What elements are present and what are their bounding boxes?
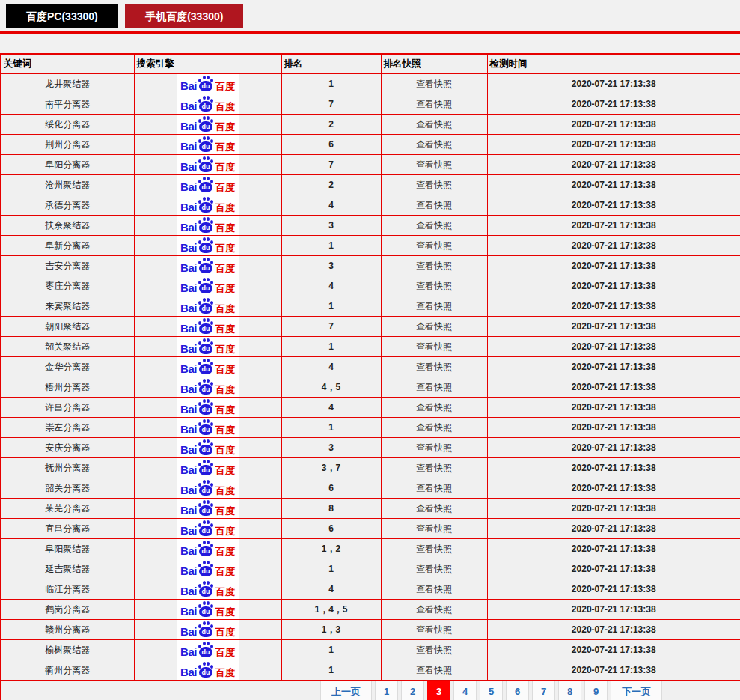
snapshot-cell: 查看快照 [381, 499, 487, 519]
snapshot-link[interactable]: 查看快照 [416, 261, 452, 271]
keyword-cell: 许昌分离器 [1, 398, 134, 418]
baidu-logo-bai: Bai [180, 424, 197, 435]
baidu-paw-icon: du [198, 662, 214, 678]
page-button-1[interactable]: 1 [375, 681, 398, 700]
baidu-logo-cn: 百度 [215, 627, 235, 637]
time-cell: 2020-07-21 17:13:38 [487, 155, 740, 175]
snapshot-link[interactable]: 查看快照 [416, 362, 452, 372]
page-button-2[interactable]: 2 [401, 681, 424, 700]
snapshot-link[interactable]: 查看快照 [416, 180, 452, 190]
snapshot-link[interactable]: 查看快照 [416, 422, 452, 433]
rank-cell: 1，2 [281, 539, 381, 559]
snapshot-link[interactable]: 查看快照 [416, 301, 452, 311]
page-button-9[interactable]: 9 [584, 681, 608, 700]
snapshot-link[interactable]: 查看快照 [416, 321, 452, 332]
keyword-cell: 延吉聚结器 [1, 559, 134, 579]
rank-cell: 3，7 [281, 458, 381, 478]
table-row: 安庆分离器 Bai du 百度 3 查看快照 2020-07-21 17:13:… [1, 438, 740, 458]
snapshot-link[interactable]: 查看快照 [416, 382, 452, 392]
snapshot-link[interactable]: 查看快照 [416, 281, 452, 291]
snapshot-link[interactable]: 查看快照 [416, 665, 452, 675]
baidu-logo-bai: Bai [180, 201, 197, 213]
baidu-logo-du: du [201, 365, 210, 373]
baidu-logo-cn: 百度 [215, 142, 235, 152]
rank-cell: 4 [281, 398, 381, 418]
snapshot-cell: 查看快照 [381, 337, 487, 357]
page-button-8[interactable]: 8 [558, 681, 581, 700]
engine-cell: Bai du 百度 [134, 458, 281, 478]
snapshot-link[interactable]: 查看快照 [416, 240, 452, 251]
snapshot-link[interactable]: 查看快照 [416, 119, 452, 130]
baidu-logo-bai: Bai [180, 545, 197, 556]
snapshot-link[interactable]: 查看快照 [416, 200, 452, 210]
engine-cell: Bai du 百度 [134, 94, 281, 115]
baidu-logo-icon: Bai du 百度 [177, 519, 239, 538]
tab-baidu-pc[interactable]: 百度PC(33300) [6, 4, 118, 28]
tab-mobile-baidu[interactable]: 手机百度(33300) [125, 4, 243, 28]
snapshot-link[interactable]: 查看快照 [416, 442, 452, 453]
snapshot-link[interactable]: 查看快照 [416, 624, 452, 635]
snapshot-link[interactable]: 查看快照 [416, 584, 452, 594]
snapshot-link[interactable]: 查看快照 [416, 503, 452, 514]
time-cell: 2020-07-21 17:13:38 [487, 216, 740, 236]
snapshot-link[interactable]: 查看快照 [416, 604, 452, 615]
snapshot-link[interactable]: 查看快照 [416, 159, 452, 170]
table-row: 韶关聚结器 Bai du 百度 1 查看快照 2020-07-21 17:13:… [1, 337, 740, 357]
snapshot-link[interactable]: 查看快照 [416, 341, 452, 352]
table-header-row: 关键词 搜索引擎 排名 排名快照 检测时间 [1, 54, 740, 74]
keyword-cell: 扶余聚结器 [1, 216, 134, 236]
snapshot-link[interactable]: 查看快照 [416, 220, 452, 231]
page-button-6[interactable]: 6 [506, 681, 529, 700]
rank-cell: 2 [281, 115, 381, 135]
prev-page-button[interactable]: 上一页 [320, 681, 372, 700]
table-row: 莱芜分离器 Bai du 百度 8 查看快照 2020-07-21 17:13:… [1, 499, 740, 519]
keyword-cell: 朝阳聚结器 [1, 317, 134, 337]
baidu-logo-du: du [201, 163, 210, 171]
baidu-logo-bai: Bai [180, 363, 197, 374]
baidu-logo-icon: Bai du 百度 [177, 317, 239, 336]
snapshot-link[interactable]: 查看快照 [416, 99, 452, 109]
baidu-paw-icon: du [198, 480, 214, 496]
engine-cell: Bai du 百度 [134, 398, 281, 418]
table-row: 抚州分离器 Bai du 百度 3，7 查看快照 2020-07-21 17:1… [1, 458, 740, 478]
snapshot-link[interactable]: 查看快照 [416, 463, 452, 473]
baidu-logo-icon: Bai du 百度 [177, 539, 239, 559]
page-button-4[interactable]: 4 [453, 681, 477, 700]
keywords-table: 关键词 搜索引擎 排名 排名快照 检测时间 龙井聚结器 Bai du 百度 1 … [0, 53, 740, 700]
time-cell: 2020-07-21 17:13:38 [487, 175, 740, 195]
snapshot-cell: 查看快照 [381, 559, 487, 579]
snapshot-cell: 查看快照 [381, 377, 487, 398]
baidu-logo-cn: 百度 [215, 324, 235, 334]
baidu-logo-bai: Bai [180, 242, 197, 253]
rank-cell: 8 [281, 499, 381, 519]
baidu-logo-cn: 百度 [215, 304, 235, 314]
snapshot-link[interactable]: 查看快照 [416, 79, 452, 89]
next-page-button[interactable]: 下一页 [611, 681, 662, 700]
time-cell: 2020-07-21 17:13:38 [487, 276, 740, 296]
engine-cell: Bai du 百度 [134, 539, 281, 559]
page-button-5[interactable]: 5 [480, 681, 503, 700]
snapshot-link[interactable]: 查看快照 [416, 544, 452, 554]
snapshot-link[interactable]: 查看快照 [416, 483, 452, 493]
table-row: 梧州分离器 Bai du 百度 4，5 查看快照 2020-07-21 17:1… [1, 377, 740, 398]
keyword-cell: 梧州分离器 [1, 377, 134, 398]
page-button-7[interactable]: 7 [532, 681, 555, 700]
baidu-logo-cn: 百度 [215, 385, 235, 395]
time-cell: 2020-07-21 17:13:38 [487, 398, 740, 418]
snapshot-link[interactable]: 查看快照 [416, 564, 452, 574]
baidu-logo-bai: Bai [180, 585, 197, 597]
snapshot-link[interactable]: 查看快照 [416, 645, 452, 655]
baidu-paw-icon: du [198, 237, 214, 253]
snapshot-cell: 查看快照 [381, 175, 487, 195]
baidu-logo-du: du [201, 386, 210, 393]
rank-cell: 4 [281, 195, 381, 216]
baidu-logo-cn: 百度 [215, 344, 235, 354]
baidu-logo-cn: 百度 [215, 425, 235, 435]
page-button-3[interactable]: 3 [427, 681, 450, 700]
snapshot-cell: 查看快照 [381, 600, 487, 620]
snapshot-link[interactable]: 查看快照 [416, 139, 452, 150]
snapshot-link[interactable]: 查看快照 [416, 402, 452, 413]
baidu-logo-du: du [201, 345, 210, 353]
snapshot-link[interactable]: 查看快照 [416, 523, 452, 534]
snapshot-cell: 查看快照 [381, 94, 487, 115]
